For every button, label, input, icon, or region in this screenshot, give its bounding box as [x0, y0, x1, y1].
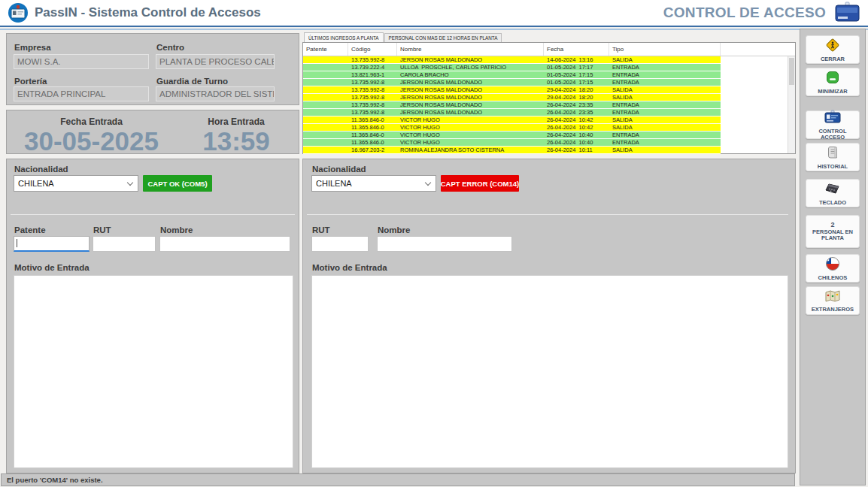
- table-row[interactable]: 13.735.992-8 JERSON ROSAS MALDONADO 01-0…: [303, 79, 721, 86]
- cell-nombre: VICTOR HUGO: [397, 124, 544, 131]
- cell-patente: [303, 124, 348, 131]
- chilenos-button[interactable]: CHILENOS: [806, 254, 860, 283]
- ingresos-grid[interactable]: Patente Código Nombre Fecha Tipo 13.735.…: [302, 42, 796, 154]
- cell-patente: [303, 64, 348, 71]
- porteria-label: Portería: [14, 77, 47, 86]
- capture-error-button[interactable]: CAPT ERROR (COM14): [441, 175, 519, 192]
- historial-button[interactable]: HISTORIAL: [806, 143, 860, 171]
- personal-label: PERSONAL EN PLANTA: [812, 229, 854, 241]
- cell-tipo: SALIDA: [609, 86, 721, 93]
- cell-patente: [303, 147, 348, 153]
- table-row[interactable]: 13.739.222-4 ULLOA PROSCHLE, CARLOS PATR…: [303, 64, 721, 71]
- nacionalidad-select-right[interactable]: CHILENA: [311, 175, 436, 192]
- table-row[interactable]: 13.735.992-8 JERSON ROSAS MALDONADO 29-0…: [303, 86, 721, 94]
- cell-tipo: SALIDA: [609, 94, 721, 101]
- patente-input[interactable]: [14, 236, 90, 252]
- divider: [307, 214, 788, 215]
- cell-codigo: 16.967.203-2: [348, 147, 397, 153]
- nombre-input[interactable]: [159, 236, 290, 252]
- control-acceso-button[interactable]: CONTROL ACCESO: [806, 110, 860, 139]
- cell-codigo: 13.735.992-8: [348, 56, 397, 63]
- cell-tipo: ENTRADA: [609, 139, 721, 146]
- motivo-entrada-textarea[interactable]: [14, 275, 293, 468]
- nacionalidad-select[interactable]: CHILENA: [14, 175, 138, 192]
- cell-patente: [303, 139, 348, 146]
- entry-form-right: Nacionalidad CHILENA CAPT ERROR (COM14) …: [302, 159, 796, 473]
- grid-scrollbar[interactable]: [788, 56, 795, 153]
- table-row[interactable]: 13.735.992-8 JERSON ROSAS MALDONADO 26-0…: [303, 101, 721, 109]
- centro-label: Centro: [156, 43, 184, 52]
- rut-input[interactable]: [93, 236, 156, 252]
- personal-count: 2: [830, 222, 834, 228]
- table-row[interactable]: 13.735.992-8 JERSON ROSAS MALDONADO 29-0…: [303, 94, 721, 101]
- history-book-icon: [825, 145, 840, 163]
- capture-ok-button[interactable]: CAPT OK (COM5): [143, 175, 212, 192]
- porteria-field: ENTRADA PRINCIPAL: [14, 86, 149, 101]
- cell-codigo: 11.365.846-0: [348, 132, 397, 138]
- nombre-input-right[interactable]: [377, 236, 512, 252]
- column-header-filler: [721, 43, 795, 56]
- chevron-down-icon: [127, 180, 133, 186]
- table-row[interactable]: 11.365.846-0 VICTOR HUGO 26-04-2024 10:4…: [303, 132, 721, 139]
- cell-tipo: ENTRADA: [609, 132, 721, 138]
- table-row[interactable]: 16.967.203-2 ROMINA ALEJANDRA SOTO CISTE…: [303, 147, 721, 154]
- cell-codigo: 13.735.992-8: [348, 86, 397, 93]
- divider: [11, 214, 295, 215]
- cell-codigo: 13.735.992-8: [348, 94, 397, 101]
- empresa-label: Empresa: [14, 43, 51, 52]
- cell-fecha: 01-05-2024 17:15: [544, 71, 609, 78]
- cerrar-button[interactable]: CERRAR: [806, 35, 860, 64]
- cell-fecha: 26-04-2024 10:42: [544, 116, 609, 123]
- cell-fecha: 01-05-2024 17:15: [544, 79, 609, 86]
- cell-tipo: SALIDA: [609, 124, 721, 131]
- guardia-label: Guardia de Turno: [156, 77, 228, 86]
- cell-nombre: JERSON ROSAS MALDONADO: [397, 94, 544, 101]
- personal-en-planta-button[interactable]: 2 PERSONAL EN PLANTA: [806, 215, 860, 248]
- cell-patente: [303, 101, 348, 108]
- cell-codigo: 13.821.963-1: [348, 71, 397, 78]
- app-logo-icon: [8, 2, 29, 23]
- table-row[interactable]: 11.365.846-0 VICTOR HUGO 26-04-2024 10:4…: [303, 139, 721, 147]
- cell-fecha: 26-04-2024 23:35: [544, 101, 609, 108]
- cell-codigo: 13.735.992-8: [348, 109, 397, 116]
- site-info-panel: Empresa MOWI S.A. Centro PLANTA DE PROCE…: [6, 33, 299, 105]
- cell-patente: [303, 86, 348, 93]
- grid-scrollbar-thumb[interactable]: [789, 58, 794, 85]
- rut-label-right: RUT: [312, 225, 330, 234]
- table-row[interactable]: 13.735.992-8 JERSON ROSAS MALDONADO 26-0…: [303, 109, 721, 116]
- cell-nombre: ROMINA ALEJANDRA SOTO CISTERNA: [397, 147, 544, 153]
- patente-label: Patente: [14, 225, 46, 234]
- cell-fecha: 01-05-2024 17:17: [544, 64, 609, 71]
- app-title: PassIN - Sistema Control de Accesos: [35, 5, 261, 20]
- nacionalidad-label-right: Nacionalidad: [312, 165, 366, 174]
- status-bar: El puerto 'COM14' no existe.: [1, 473, 795, 486]
- motivo-entrada-textarea-right[interactable]: [311, 275, 788, 468]
- rut-input-right[interactable]: [311, 236, 369, 252]
- chevron-down-icon: [425, 180, 431, 186]
- cell-nombre: JERSON ROSAS MALDONADO: [397, 86, 544, 93]
- table-row[interactable]: 13.821.963-1 CAROLA BRACHO 01-05-2024 17…: [303, 71, 721, 79]
- table-row[interactable]: 13.735.992-8 JERSON ROSAS MALDONADO 14-0…: [303, 56, 721, 64]
- cell-nombre: JERSON ROSAS MALDONADO: [397, 79, 544, 86]
- tab-personal-12-horas[interactable]: PERSONAL CON MAS DE 12 HORAS EN PLANTA: [384, 33, 502, 42]
- table-row[interactable]: 11.365.846-0 VICTOR HUGO 26-04-2024 10:4…: [303, 124, 721, 132]
- cell-fecha: 26-04-2024 10:11: [544, 147, 609, 153]
- grid-header: Patente Código Nombre Fecha Tipo: [303, 43, 795, 56]
- cell-tipo: SALIDA: [609, 147, 721, 153]
- table-row[interactable]: 11.365.846-0 VICTOR HUGO 26-04-2024 10:4…: [303, 116, 721, 124]
- cell-patente: [303, 132, 348, 138]
- column-header-patente: Patente: [303, 43, 348, 56]
- map-icon: [824, 289, 841, 306]
- minimize-icon: [825, 70, 840, 88]
- minimizar-button[interactable]: MINIMIZAR: [806, 68, 860, 96]
- tab-ultimos-ingresos[interactable]: ÚLTIMOS INGRESOS A PLANTA: [304, 32, 384, 42]
- cell-tipo: ENTRADA: [609, 101, 721, 108]
- cell-tipo: ENTRADA: [609, 64, 721, 71]
- motivo-label-right: Motivo de Entrada: [312, 263, 387, 272]
- teclado-button[interactable]: TECLADO: [806, 179, 860, 207]
- extranjeros-button[interactable]: EXTRANJEROS: [806, 286, 860, 315]
- cell-tipo: SALIDA: [609, 56, 721, 63]
- cell-codigo: 11.365.846-0: [348, 139, 397, 146]
- cell-codigo: 11.365.846-0: [348, 124, 397, 131]
- cell-codigo: 13.739.222-4: [348, 64, 397, 71]
